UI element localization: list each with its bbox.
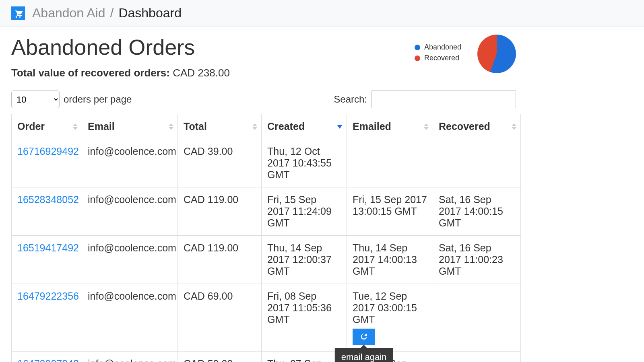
table-row: 16519417492info@coolence.comCAD 119.00Th… bbox=[12, 236, 521, 284]
total-recovered-line: Total value of recovered orders: CAD 238… bbox=[11, 67, 230, 79]
order-link[interactable]: 16528348052 bbox=[17, 194, 79, 205]
sort-icon bbox=[512, 123, 516, 130]
cell-created: Fri, 08 Sep 2017 11:05:36 GMT bbox=[262, 284, 347, 352]
order-link[interactable]: 16479222356 bbox=[17, 290, 79, 302]
cell-recovered bbox=[433, 284, 521, 352]
cell-created: Thu, 07 Sep 2017 bbox=[262, 352, 347, 362]
cell-recovered bbox=[433, 139, 521, 187]
cell-total: CAD 119.00 bbox=[178, 187, 262, 236]
col-header-emailed[interactable]: Emailed bbox=[347, 114, 433, 139]
col-header-recovered[interactable]: Recovered bbox=[433, 114, 521, 139]
search-label: Search: bbox=[334, 94, 367, 105]
cell-email: info@coolence.com bbox=[82, 352, 178, 362]
search-input[interactable] bbox=[371, 90, 516, 108]
cell-emailed: Thu, 14 Sep 2017 14:00:13 GMT bbox=[347, 236, 433, 284]
legend-item-abandoned: Abandoned bbox=[415, 43, 461, 51]
cell-order: 16470907348 bbox=[12, 352, 82, 362]
sort-icon bbox=[169, 123, 173, 130]
cell-email: info@coolence.com bbox=[82, 284, 178, 352]
order-link[interactable]: 16716929492 bbox=[17, 146, 79, 157]
content: Abandoned Orders Total value of recovere… bbox=[0, 27, 527, 362]
pie-chart bbox=[477, 35, 516, 73]
table-row: 16528348052info@coolence.comCAD 119.00Fr… bbox=[12, 187, 521, 236]
cell-emailed: Fri, 15 Sep 2017 13:00:15 GMT bbox=[347, 187, 433, 236]
table-row: 16470907348info@coolence.comCAD 59.00Thu… bbox=[12, 352, 521, 362]
breadcrumb-app[interactable]: Abandon Aid bbox=[32, 6, 105, 21]
cell-order: 16528348052 bbox=[12, 187, 82, 236]
cell-recovered bbox=[433, 352, 521, 362]
sort-icon bbox=[252, 123, 257, 130]
tooltip-email-again: email again bbox=[335, 348, 393, 362]
order-link[interactable]: 16470907348 bbox=[17, 358, 79, 362]
cell-email: info@coolence.com bbox=[82, 187, 178, 236]
cell-order: 16716929492 bbox=[12, 139, 82, 187]
table-row: 16716929492info@coolence.comCAD 39.00Thu… bbox=[12, 139, 521, 187]
cell-emailed: Tue, 12 Sep 2017 03:00:15 GMTemail again bbox=[347, 284, 433, 352]
cell-order: 16479222356 bbox=[12, 284, 82, 352]
cell-created: Thu, 14 Sep 2017 12:00:37 GMT bbox=[262, 236, 347, 284]
sort-icon bbox=[424, 123, 429, 130]
legend-label-abandoned: Abandoned bbox=[424, 43, 461, 51]
cell-total: CAD 69.00 bbox=[178, 284, 262, 352]
email-again-button[interactable]: email again bbox=[353, 329, 375, 345]
per-page-select[interactable]: 10 bbox=[11, 90, 60, 108]
sort-icon-active-desc bbox=[337, 125, 343, 129]
cell-email: info@coolence.com bbox=[82, 236, 178, 284]
col-header-created[interactable]: Created bbox=[262, 114, 347, 139]
per-page-suffix: orders per page bbox=[64, 94, 132, 105]
cell-total: CAD 39.00 bbox=[178, 139, 262, 187]
col-header-order[interactable]: Order bbox=[12, 114, 82, 139]
chart-block: Abandoned Recovered bbox=[415, 35, 516, 73]
legend-dot-abandoned bbox=[415, 45, 420, 50]
col-header-total[interactable]: Total bbox=[178, 114, 262, 139]
cart-icon bbox=[11, 6, 25, 20]
sort-icon bbox=[73, 123, 78, 130]
cell-created: Thu, 12 Oct 2017 10:43:55 GMT bbox=[262, 139, 347, 187]
order-link[interactable]: 16519417492 bbox=[17, 242, 79, 253]
chart-legend: Abandoned Recovered bbox=[415, 43, 461, 65]
cell-emailed bbox=[347, 139, 433, 187]
cell-total: CAD 119.00 bbox=[178, 236, 262, 284]
cell-recovered: Sat, 16 Sep 2017 11:00:23 GMT bbox=[433, 236, 521, 284]
legend-dot-recovered bbox=[415, 56, 420, 61]
total-label: Total value of recovered orders: bbox=[11, 67, 170, 79]
per-page-control: 10 orders per page bbox=[11, 90, 132, 108]
legend-label-recovered: Recovered bbox=[424, 54, 459, 62]
cell-total: CAD 59.00 bbox=[178, 352, 262, 362]
page-title: Abandoned Orders bbox=[11, 35, 230, 60]
breadcrumb-separator: / bbox=[110, 6, 114, 21]
refresh-icon bbox=[359, 332, 368, 341]
cell-recovered: Sat, 16 Sep 2017 14:00:15 GMT bbox=[433, 187, 521, 236]
topbar: Abandon Aid / Dashboard bbox=[0, 0, 644, 27]
cell-order: 16519417492 bbox=[12, 236, 82, 284]
cell-created: Fri, 15 Sep 2017 11:24:09 GMT bbox=[262, 187, 347, 236]
table-row: 16479222356info@coolence.comCAD 69.00Fri… bbox=[12, 284, 521, 352]
breadcrumb: Abandon Aid / Dashboard bbox=[32, 6, 182, 21]
breadcrumb-page: Dashboard bbox=[118, 6, 182, 21]
cell-email: info@coolence.com bbox=[82, 139, 178, 187]
legend-item-recovered: Recovered bbox=[415, 54, 461, 62]
total-value: CAD 238.00 bbox=[173, 67, 230, 79]
search-block: Search: bbox=[334, 90, 516, 108]
orders-table: Order Email Total Created Emailed bbox=[11, 114, 521, 362]
col-header-email[interactable]: Email bbox=[82, 114, 178, 139]
